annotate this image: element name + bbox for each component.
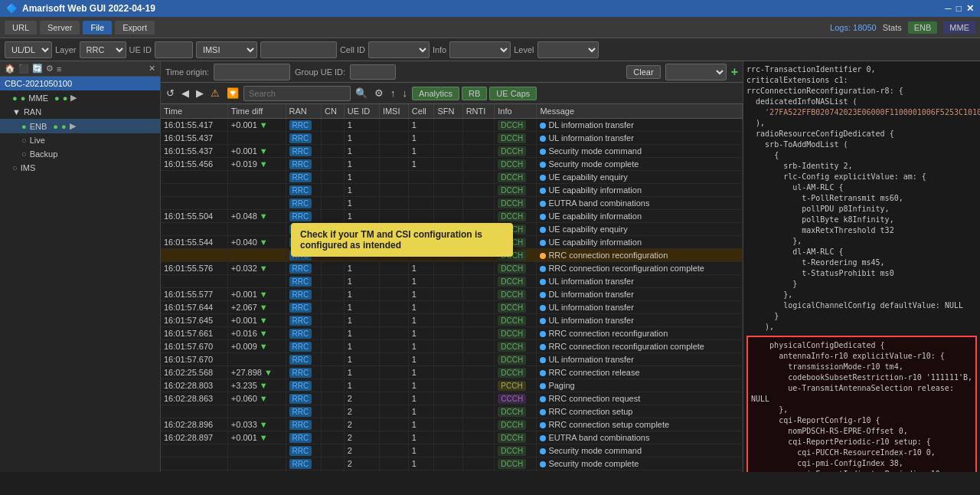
table-row[interactable]: RRC 2 1 DCCH Security mode complete bbox=[161, 457, 743, 470]
table-row[interactable]: 16:01:55.504 +0.048 ▼ RRC 1 DCCH UE capa… bbox=[161, 210, 743, 223]
table-row[interactable]: RRC 1 1 DCCH UL information transfer bbox=[161, 275, 743, 288]
table-row[interactable]: 16:01:57.670 RRC 1 1 DCCH UL information… bbox=[161, 353, 743, 366]
tab-server[interactable]: Server bbox=[40, 21, 80, 34]
table-row[interactable]: 16:02:28.896 +0.033 ▼ RRC 2 1 DCCH RRC c… bbox=[161, 418, 743, 431]
ue-caps-btn[interactable]: UE Caps bbox=[489, 87, 537, 100]
table-row[interactable]: 16:02:25.568 +27.898 ▼ RRC 1 1 DCCH RRC … bbox=[161, 366, 743, 379]
table-row[interactable]: RRC 2 1 DCCH Security mode command bbox=[161, 444, 743, 457]
cell-ran: RRC bbox=[286, 314, 321, 327]
clear-select[interactable] bbox=[665, 64, 727, 80]
cell-timediff: +0.019 ▼ bbox=[227, 470, 286, 473]
down-btn[interactable]: ↓ bbox=[400, 86, 410, 100]
cell-info: DCCH bbox=[495, 353, 537, 366]
table-row[interactable]: 16:01:57.644 +2.067 ▼ RRC 1 1 DCCH UL in… bbox=[161, 301, 743, 314]
cell-time: 16:01:55.577 bbox=[161, 288, 227, 301]
level-select[interactable] bbox=[537, 41, 599, 58]
sidebar-stop-icon[interactable]: ⬛ bbox=[18, 64, 29, 74]
sidebar-item-ran[interactable]: ▼ RAN bbox=[0, 105, 160, 119]
up-btn[interactable]: ↑ bbox=[388, 86, 398, 100]
table-row[interactable]: 16:01:57.670 +0.009 ▼ RRC 1 1 DCCH RRC c… bbox=[161, 340, 743, 353]
table-row[interactable]: 16:02:28.863 +0.060 ▼ RRC 2 1 CCCH RRC c… bbox=[161, 392, 743, 405]
stats-tab[interactable]: Stats bbox=[883, 23, 902, 32]
cell-cn bbox=[321, 184, 344, 197]
cell-time: 16:01:55.456 bbox=[161, 158, 227, 171]
cell-ueid: 1 bbox=[344, 171, 379, 184]
sidebar-menu-icon[interactable]: ≡ bbox=[57, 64, 61, 74]
cell-timediff bbox=[227, 197, 286, 210]
cell-cn bbox=[321, 132, 344, 145]
table-row[interactable]: 16:01:55.437 +0.001 ▼ RRC 1 1 DCCH Secur… bbox=[161, 145, 743, 158]
sidebar-item-enb[interactable]: ● ENB ● ● ▶ bbox=[0, 119, 160, 133]
table-row[interactable]: RRC 1 DCCH UE capability information bbox=[161, 184, 743, 197]
table-row[interactable]: 16:01:57.661 +0.016 ▼ RRC 1 1 DCCH RRC c… bbox=[161, 327, 743, 340]
table-row[interactable]: 16:02:28.916 +0.019 ▼ RRC 2 1 DCCH RRC c… bbox=[161, 470, 743, 473]
tab-export[interactable]: Export bbox=[115, 21, 155, 34]
table-row[interactable]: RRC 1 DCCH UE capability enquiry bbox=[161, 171, 743, 184]
settings-btn[interactable]: ⚙ bbox=[372, 86, 386, 100]
tab-file[interactable]: File bbox=[83, 21, 112, 34]
table-row[interactable]: 16:01:55.576 +0.032 ▼ RRC 1 1 DCCH RRC c… bbox=[161, 262, 743, 275]
table-toolbar: ↺ ◀ ▶ ⚠ 🔽 🔍 ⚙ ↑ ↓ Analytics RB UE Caps bbox=[161, 83, 743, 104]
cell-imsi bbox=[379, 366, 408, 379]
layer-select[interactable]: RRCNASPDCP bbox=[80, 41, 126, 58]
cell-cn bbox=[321, 470, 344, 473]
table-row[interactable]: 16:01:55.417 +0.001 ▼ RRC 1 1 DCCH DL in… bbox=[161, 119, 743, 132]
cell-ueid: 1 bbox=[344, 275, 379, 288]
sidebar-home-icon[interactable]: 🏠 bbox=[5, 64, 15, 74]
mme-tab[interactable]: MME bbox=[943, 21, 975, 34]
maximize-btn[interactable]: □ bbox=[956, 3, 962, 14]
add-filter-btn[interactable]: + bbox=[731, 65, 738, 79]
cell-cell: 1 bbox=[408, 366, 434, 379]
table-row[interactable]: 16:01:55.577 +0.001 ▼ RRC 1 1 DCCH DL in… bbox=[161, 288, 743, 301]
cell-message: EUTRA band combinations bbox=[537, 431, 743, 444]
cell-cell bbox=[408, 197, 434, 210]
topnav: URL Server File Export Logs: 18050 Stats… bbox=[0, 17, 980, 38]
sidebar-refresh-icon[interactable]: 🔄 bbox=[32, 64, 43, 74]
cell-id-select[interactable] bbox=[368, 41, 430, 58]
rb-btn[interactable]: RB bbox=[462, 87, 487, 100]
refresh-btn[interactable]: ↺ bbox=[164, 86, 177, 100]
next-btn[interactable]: ▶ bbox=[194, 86, 206, 100]
analytics-btn[interactable]: Analytics bbox=[412, 87, 459, 100]
ul-dl-select[interactable]: UL/DLULDL bbox=[5, 41, 52, 58]
sidebar-item-ims[interactable]: ○ IMS bbox=[0, 161, 160, 175]
minimize-btn[interactable]: ─ bbox=[945, 3, 952, 14]
cell-timediff bbox=[227, 132, 286, 145]
cell-timediff bbox=[227, 405, 286, 418]
mme-icon: ● bbox=[12, 93, 18, 103]
tab-url[interactable]: URL bbox=[5, 21, 37, 34]
close-btn[interactable]: ✕ bbox=[966, 3, 974, 14]
cell-info: DCCH bbox=[495, 457, 537, 470]
table-row[interactable]: 16:02:28.897 +0.001 ▼ RRC 2 1 DCCH EUTRA… bbox=[161, 431, 743, 444]
search-input[interactable] bbox=[243, 86, 351, 101]
col-imsi: IMSI bbox=[379, 104, 408, 119]
clear-btn[interactable]: Clear bbox=[626, 65, 660, 79]
table-row[interactable]: RRC 2 1 DCCH RRC connection setup bbox=[161, 405, 743, 418]
cell-cell: 1 bbox=[408, 288, 434, 301]
sidebar-close-icon[interactable]: ✕ bbox=[149, 64, 155, 74]
sidebar-item-backup[interactable]: ○ Backup bbox=[0, 147, 160, 161]
cell-cell bbox=[408, 184, 434, 197]
search-go-btn[interactable]: 🔍 bbox=[353, 86, 370, 100]
time-origin-input[interactable]: 00:00:00.000 bbox=[214, 64, 290, 80]
warn-btn[interactable]: ⚠ bbox=[208, 86, 222, 100]
table-row[interactable]: 16:01:57.645 +0.001 ▼ RRC 1 1 DCCH UL in… bbox=[161, 314, 743, 327]
cell-sfn bbox=[434, 444, 462, 457]
cell-ueid: 2 bbox=[344, 405, 379, 418]
sidebar-item-live[interactable]: ○ Live bbox=[0, 133, 160, 147]
info-select[interactable] bbox=[449, 41, 511, 58]
ue-id-input[interactable] bbox=[155, 41, 193, 58]
sidebar-settings-icon[interactable]: ⚙ bbox=[46, 64, 54, 74]
group-ue-input[interactable] bbox=[350, 64, 396, 80]
cell-cell: 1 bbox=[408, 418, 434, 431]
imsi-input[interactable] bbox=[260, 41, 337, 58]
filter-btn[interactable]: 🔽 bbox=[224, 86, 241, 100]
table-row[interactable]: 16:01:55.437 RRC 1 1 DCCH UL information… bbox=[161, 132, 743, 145]
sidebar-item-mme[interactable]: ● ● MME ● ● ▶ bbox=[0, 90, 160, 105]
prev-btn[interactable]: ◀ bbox=[179, 86, 191, 100]
imsi-select[interactable]: IMSI bbox=[196, 41, 257, 58]
enb-tab[interactable]: ENB bbox=[908, 21, 938, 34]
table-row[interactable]: RRC 1 DCCH EUTRA band combinations bbox=[161, 197, 743, 210]
table-row[interactable]: 16:01:55.456 +0.019 ▼ RRC 1 1 DCCH Secur… bbox=[161, 158, 743, 171]
table-row[interactable]: 16:02:28.803 +3.235 ▼ RRC 1 1 PCCH Pagin… bbox=[161, 379, 743, 392]
